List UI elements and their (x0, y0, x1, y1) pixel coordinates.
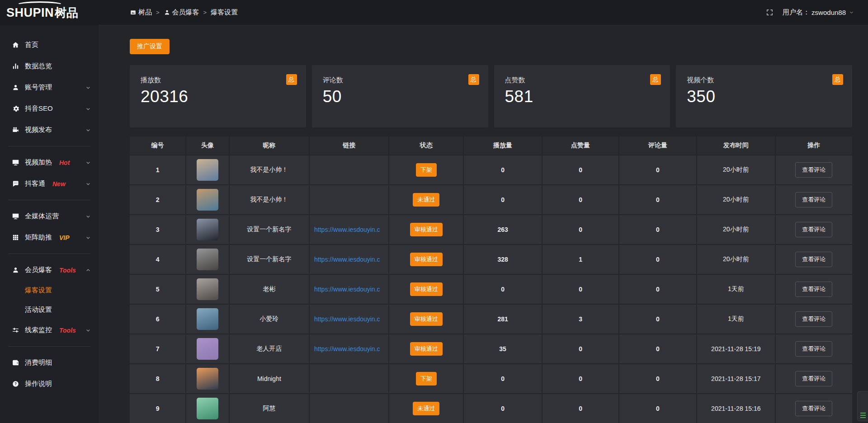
sidebar-item-operation-guide[interactable]: ?操作说明 (0, 373, 99, 395)
table-cell-time: 20小时前 (697, 155, 774, 184)
sidebar-item-consumption-detail[interactable]: 消费明细 (0, 352, 99, 373)
table-cell-avatar (186, 364, 229, 393)
fullscreen-icon[interactable] (766, 9, 774, 16)
table-cell-avatar (186, 334, 229, 363)
table-cell-likes: 0 (542, 185, 618, 214)
chevron-down-icon (85, 327, 91, 334)
table-cell-comments: 0 (619, 305, 696, 334)
profile-link[interactable]: https://www.iesdouyin.c (314, 256, 380, 263)
sidebar-item-douyin-seo[interactable]: 抖音SEO (0, 98, 99, 119)
sidebar-item-douketong[interactable]: 抖客通New (0, 173, 99, 194)
sidebar-item-account-management[interactable]: 账号管理 (0, 77, 99, 98)
table-cell-nickname: 老彬 (230, 275, 309, 304)
view-comments-button[interactable]: 查看评论 (795, 371, 832, 386)
sidebar-item-video-heat[interactable]: 视频加热Hot (0, 152, 99, 173)
sidebar-nav: 首页数据总览账号管理抖音SEO视频发布视频加热Hot抖客通New全媒体运营矩阵助… (0, 25, 99, 423)
table-cell-likes: 0 (542, 394, 618, 423)
table-cell-no: 1 (130, 155, 185, 184)
stat-card-label: 播放数 (141, 76, 295, 85)
table-cell-action: 查看评论 (776, 305, 852, 334)
stat-card-total-badge: 总 (832, 74, 843, 85)
sidebar-item-member-baoke[interactable]: 会员爆客Tools (0, 259, 99, 281)
table-cell-plays: 35 (464, 334, 542, 363)
table-cell-no: 7 (130, 334, 185, 363)
app-logo[interactable]: SHUPIN 树品 (0, 0, 99, 25)
avatar (197, 249, 218, 270)
view-comments-button[interactable]: 查看评论 (795, 401, 832, 416)
table-cell-action: 查看评论 (776, 394, 852, 423)
table-cell-avatar (186, 155, 229, 184)
view-comments-button[interactable]: 查看评论 (795, 222, 832, 237)
breadcrumb-item-1[interactable]: 树品 (130, 8, 152, 17)
user-menu[interactable]: 用户名： zswodun88 (783, 8, 854, 17)
profile-link[interactable]: https://www.iesdouyin.c (314, 315, 380, 323)
chevron-down-icon (85, 127, 91, 133)
table-header-cell: 操作 (776, 136, 852, 155)
floating-side-widget[interactable] (857, 391, 868, 421)
view-comments-button[interactable]: 查看评论 (795, 282, 832, 297)
view-comments-button[interactable]: 查看评论 (795, 311, 832, 327)
table-cell-status: 审核通过 (389, 334, 463, 363)
video-camera-icon (12, 126, 19, 134)
profile-link[interactable]: https://www.iesdouyin.c (314, 226, 380, 233)
stat-card-value: 350 (687, 87, 841, 106)
table-cell-likes: 0 (542, 364, 618, 393)
sidebar-subitem-activity-settings[interactable]: 活动设置 (0, 300, 99, 320)
breadcrumb-item-3: 爆客设置 (211, 8, 238, 17)
table-cell-plays: 263 (464, 215, 542, 244)
sidebar-item-label: 数据总览 (25, 62, 52, 70)
sidebar: SHUPIN 树品 首页数据总览账号管理抖音SEO视频发布视频加热Hot抖客通N… (0, 0, 99, 423)
table-cell-plays: 281 (464, 305, 542, 334)
stat-card-total-badge: 总 (650, 74, 661, 85)
view-comments-button[interactable]: 查看评论 (795, 341, 832, 357)
sidebar-item-label: 视频发布 (25, 126, 52, 134)
sidebar-item-clue-monitor[interactable]: 线索监控Tools (0, 320, 99, 341)
profile-link[interactable]: https://www.iesdouyin.c (314, 345, 380, 352)
logo-arc-decoration (16, 1, 63, 9)
sidebar-item-data-overview[interactable]: 数据总览 (0, 56, 99, 77)
sidebar-item-media-operation[interactable]: 全媒体运营 (0, 206, 99, 227)
question-icon: ? (12, 380, 19, 388)
table-cell-status: 审核通过 (389, 275, 463, 304)
table-cell-nickname: 小爱玲 (230, 305, 309, 334)
breadcrumb-label: 会员爆客 (172, 8, 199, 17)
user-icon (12, 84, 19, 91)
profile-link[interactable]: https://www.iesdouyin.c (314, 286, 380, 293)
table-cell-likes: 0 (542, 275, 618, 304)
table-cell-status: 未通过 (389, 185, 463, 214)
chevron-down-icon (85, 235, 91, 241)
stat-card-1: 播放数20316总 (130, 65, 306, 127)
table-cell-avatar (186, 305, 229, 334)
sidebar-item-home[interactable]: 首页 (0, 34, 99, 56)
chevron-down-icon (85, 181, 91, 187)
view-comments-button[interactable]: 查看评论 (795, 192, 832, 207)
stat-card-value: 50 (323, 87, 477, 106)
sidebar-item-video-publish[interactable]: 视频发布 (0, 119, 99, 141)
table-header-cell: 头像 (186, 136, 229, 155)
username-label: 用户名： (783, 8, 810, 17)
breadcrumb-item-2[interactable]: 会员爆客 (164, 8, 199, 17)
status-badge: 审核通过 (410, 253, 443, 266)
home-icon (12, 41, 19, 49)
table-cell-likes: 3 (542, 305, 618, 334)
grid-icon (12, 234, 19, 241)
chevron-down-icon (85, 106, 91, 112)
sidebar-subitem-baoke-settings[interactable]: 爆客设置 (0, 281, 99, 300)
promo-settings-button[interactable]: 推广设置 (130, 39, 170, 54)
table-cell-time: 1天前 (697, 275, 774, 304)
table-header-cell: 评论量 (619, 136, 696, 155)
table-cell-nickname: 老人开店 (230, 334, 309, 363)
sidebar-item-matrix-boost[interactable]: 矩阵助推VIP (0, 227, 99, 248)
avatar (197, 398, 218, 419)
table-cell-time: 2021-11-28 15:17 (697, 364, 774, 393)
view-comments-button[interactable]: 查看评论 (795, 162, 832, 178)
sidebar-item-label: 操作说明 (25, 380, 52, 388)
chat-icon (12, 180, 19, 188)
view-comments-button[interactable]: 查看评论 (795, 252, 832, 267)
table-cell-no: 2 (130, 185, 185, 214)
avatar (197, 368, 218, 390)
username-value: zswodun88 (811, 9, 846, 16)
stat-card-total-badge: 总 (468, 74, 479, 85)
sidebar-item-label: 抖客通 (25, 179, 45, 188)
table-cell-action: 查看评论 (776, 364, 852, 393)
